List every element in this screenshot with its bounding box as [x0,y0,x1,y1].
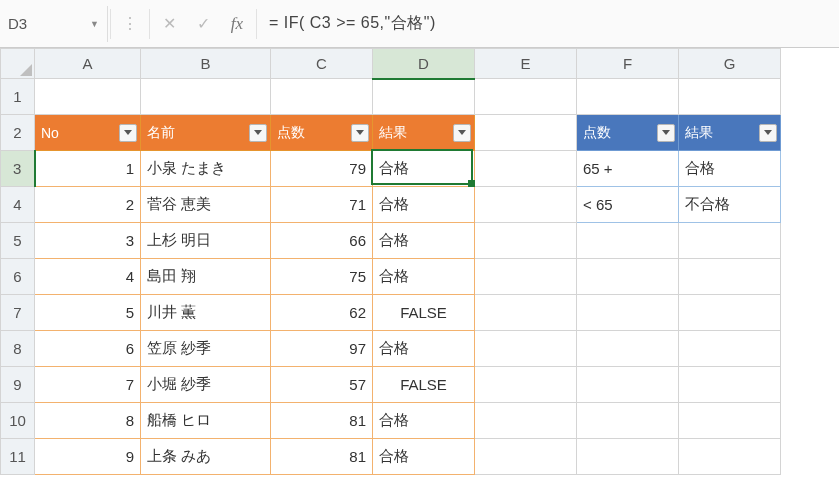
filter-icon[interactable] [119,124,137,142]
cell-B6[interactable]: 島田 翔 [141,259,271,295]
formula-input[interactable]: = IF( C3 >= 65,"合格") [259,13,839,34]
cell-A1[interactable] [35,79,141,115]
cell-G3[interactable]: 合格 [679,151,781,187]
cell-B1[interactable] [141,79,271,115]
cell-E9[interactable] [475,367,577,403]
table1-header-name[interactable]: 名前 [141,115,271,151]
cell-A3[interactable]: 1 [35,151,141,187]
cell-B5[interactable]: 上杉 明日 [141,223,271,259]
cell-B10[interactable]: 船橋 ヒロ [141,403,271,439]
filter-icon[interactable] [249,124,267,142]
cell-E11[interactable] [475,439,577,475]
cell-A10[interactable]: 8 [35,403,141,439]
cell-C5[interactable]: 66 [271,223,373,259]
cell-G1[interactable] [679,79,781,115]
row-header-11[interactable]: 11 [1,439,35,475]
enter-icon[interactable]: ✓ [186,6,220,42]
cell-C3[interactable]: 79 [271,151,373,187]
row-header-1[interactable]: 1 [1,79,35,115]
cell-F3[interactable]: 65 + [577,151,679,187]
cell-B9[interactable]: 小堀 紗季 [141,367,271,403]
col-header-G[interactable]: G [679,49,781,79]
cell-B11[interactable]: 上条 みあ [141,439,271,475]
row-header-10[interactable]: 10 [1,403,35,439]
cell-D10[interactable]: 合格 [373,403,475,439]
cell-G7[interactable] [679,295,781,331]
cell-G8[interactable] [679,331,781,367]
cell-A5[interactable]: 3 [35,223,141,259]
cell-E3[interactable] [475,151,577,187]
cell-D7[interactable]: FALSE [373,295,475,331]
row-header-5[interactable]: 5 [1,223,35,259]
filter-icon[interactable] [759,124,777,142]
cell-C11[interactable]: 81 [271,439,373,475]
col-header-C[interactable]: C [271,49,373,79]
table2-header-result[interactable]: 結果 [679,115,781,151]
cell-C4[interactable]: 71 [271,187,373,223]
table1-header-no[interactable]: No [35,115,141,151]
cell-B4[interactable]: 菅谷 恵美 [141,187,271,223]
cell-E10[interactable] [475,403,577,439]
cell-A6[interactable]: 4 [35,259,141,295]
row-header-3[interactable]: 3 [1,151,35,187]
cell-E1[interactable] [475,79,577,115]
table1-header-result[interactable]: 結果 [373,115,475,151]
row-header-2[interactable]: 2 [1,115,35,151]
cell-B8[interactable]: 笠原 紗季 [141,331,271,367]
cell-D5[interactable]: 合格 [373,223,475,259]
cell-G5[interactable] [679,223,781,259]
cell-A8[interactable]: 6 [35,331,141,367]
cell-B3[interactable]: 小泉 たまき [141,151,271,187]
cell-A9[interactable]: 7 [35,367,141,403]
cell-F4[interactable]: < 65 [577,187,679,223]
cell-C10[interactable]: 81 [271,403,373,439]
cell-E8[interactable] [475,331,577,367]
cell-D11[interactable]: 合格 [373,439,475,475]
cell-A7[interactable]: 5 [35,295,141,331]
cell-F1[interactable] [577,79,679,115]
cancel-icon[interactable]: ✕ [152,6,186,42]
cell-A11[interactable]: 9 [35,439,141,475]
filter-icon[interactable] [351,124,369,142]
cell-F6[interactable] [577,259,679,295]
filter-icon[interactable] [453,124,471,142]
cell-E2[interactable] [475,115,577,151]
cell-G10[interactable] [679,403,781,439]
cell-E7[interactable] [475,295,577,331]
cell-G6[interactable] [679,259,781,295]
cell-G4[interactable]: 不合格 [679,187,781,223]
cell-C1[interactable] [271,79,373,115]
fx-icon[interactable]: fx [220,6,254,42]
cell-F7[interactable] [577,295,679,331]
name-box[interactable]: D3 ▼ [0,6,108,42]
col-header-E[interactable]: E [475,49,577,79]
filter-icon[interactable] [657,124,675,142]
cell-E5[interactable] [475,223,577,259]
cell-E4[interactable] [475,187,577,223]
row-header-6[interactable]: 6 [1,259,35,295]
cell-D3[interactable]: 合格 [373,151,475,187]
row-header-8[interactable]: 8 [1,331,35,367]
col-header-A[interactable]: A [35,49,141,79]
cell-D9[interactable]: FALSE [373,367,475,403]
cell-F10[interactable] [577,403,679,439]
row-header-7[interactable]: 7 [1,295,35,331]
chevron-down-icon[interactable]: ▼ [90,19,99,29]
row-header-9[interactable]: 9 [1,367,35,403]
cell-F5[interactable] [577,223,679,259]
table2-header-score[interactable]: 点数 [577,115,679,151]
col-header-F[interactable]: F [577,49,679,79]
table1-header-score[interactable]: 点数 [271,115,373,151]
cell-F9[interactable] [577,367,679,403]
row-header-4[interactable]: 4 [1,187,35,223]
cell-C6[interactable]: 75 [271,259,373,295]
cell-G9[interactable] [679,367,781,403]
cell-F8[interactable] [577,331,679,367]
cell-G11[interactable] [679,439,781,475]
select-all-corner[interactable] [1,49,35,79]
col-header-D[interactable]: D [373,49,475,79]
col-header-B[interactable]: B [141,49,271,79]
dots-icon[interactable]: ⋮ [113,6,147,42]
cell-C7[interactable]: 62 [271,295,373,331]
cell-F11[interactable] [577,439,679,475]
